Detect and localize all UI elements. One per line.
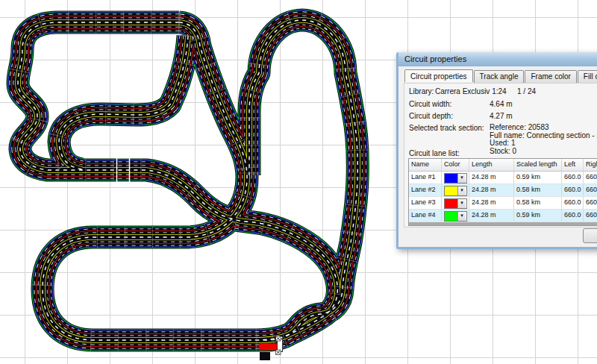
lane-scaled-length: 0.58 km <box>514 184 562 196</box>
start-piece-red-bar <box>259 344 278 351</box>
col-color[interactable]: Color <box>442 159 469 171</box>
close-button[interactable]: Close <box>583 228 597 243</box>
circuit-depth-label: Circuit depth: <box>409 112 490 120</box>
lane-length: 24.28 m <box>469 172 514 183</box>
selection-handle-bottom[interactable] <box>276 350 281 355</box>
chevron-down-icon[interactable]: ▼ <box>457 174 466 183</box>
lane-color-swatch <box>445 212 457 221</box>
lane-scaled-length: 0.59 km <box>514 172 562 183</box>
lane-scaled-length: 0.59 km <box>514 210 562 222</box>
lane-left-angle: 660.0 ° <box>562 210 584 222</box>
lane-color-dropdown[interactable]: ▼ <box>442 197 469 209</box>
lane-color-dropdown[interactable]: ▼ <box>442 210 469 222</box>
circuit-width-label: Circuit width: <box>409 100 490 108</box>
lane-right-angle: 660.0 ° <box>584 184 597 196</box>
lane-list-label: Circuit lane list: <box>409 149 460 157</box>
selection-handle-top[interactable] <box>276 336 281 342</box>
lane-right-angle: 660.0 ° <box>584 172 597 183</box>
col-length[interactable]: Length <box>469 159 514 171</box>
lane-scaled-length: 0.58 km <box>514 197 562 209</box>
lane-length: 24.28 m <box>469 184 514 196</box>
col-scaled-length[interactable]: Scaled length <box>514 159 562 171</box>
lane-length: 24.28 m <box>469 210 514 222</box>
circuit-depth-value: 4.27 m <box>490 112 513 120</box>
circuit-lane-table: Name Color Length Scaled length Left Rig… <box>408 158 597 226</box>
circuit-width-value: 4.64 m <box>490 100 513 108</box>
chevron-down-icon[interactable]: ▼ <box>457 212 466 221</box>
lane-color-swatch <box>445 174 457 183</box>
library-label: Library: <box>409 87 435 95</box>
tab-track-angle[interactable]: Track angle <box>474 70 525 83</box>
chevron-down-icon[interactable]: ▼ <box>457 199 466 208</box>
lane-row-4[interactable]: Lane #4 ▼ 24.28 m 0.59 km 660.0 ° 660.0 … <box>409 210 597 222</box>
tab-page-circuit-properties: Library: Carrera Exclusiv 1:24 1 / 24 Ci… <box>404 83 597 228</box>
lane-right-angle: 660.0 ° <box>584 197 597 209</box>
tab-bar: Circuit properties Track angle Frame col… <box>404 70 597 83</box>
window-title: Circuit properties <box>404 54 466 63</box>
lane-length: 24.28 m <box>469 197 514 209</box>
section-reference: Reference: 20583 <box>490 124 597 132</box>
col-left[interactable]: Left <box>562 159 584 171</box>
circuit-depth-row: Circuit depth: 4.27 m <box>409 112 597 120</box>
lane-color-swatch <box>445 186 457 195</box>
circuit-width-row: Circuit width: 4.64 m <box>409 100 597 108</box>
lane-left-angle: 660.0 ° <box>562 197 584 209</box>
lane-row-3[interactable]: Lane #3 ▼ 24.28 m 0.58 km 660.0 ° 660.0 … <box>409 197 597 210</box>
section-used: Used: 1 <box>490 139 597 148</box>
library-value: Carrera Exclusiv 1:24 <box>435 87 517 95</box>
lane-color-dropdown[interactable]: ▼ <box>442 172 469 183</box>
start-piece-tab <box>260 352 270 360</box>
lane-table-header: Name Color Length Scaled length Left Rig… <box>409 159 597 172</box>
lane-list-label-row: Circuit lane list: <box>409 149 597 157</box>
lane-row-2[interactable]: Lane #2 ▼ 24.28 m 0.58 km 660.0 ° 660.0 … <box>409 184 597 197</box>
lane-color-swatch <box>445 199 457 208</box>
col-right[interactable]: Right <box>584 159 597 171</box>
circuit-properties-window: Circuit properties Circuit properties Tr… <box>396 52 597 249</box>
lane-color-dropdown[interactable]: ▼ <box>442 184 469 196</box>
lane-left-angle: 660.0 ° <box>562 172 584 183</box>
library-row: Library: Carrera Exclusiv 1:24 1 / 24 <box>409 87 597 95</box>
lane-name: Lane #2 <box>409 184 442 196</box>
chevron-down-icon[interactable]: ▼ <box>457 186 466 195</box>
tab-circuit-properties[interactable]: Circuit properties <box>404 69 473 82</box>
lane-right-angle: 660.0 ° <box>584 210 597 222</box>
library-count: 1 / 24 <box>517 87 536 95</box>
lane-name: Lane #1 <box>409 172 442 183</box>
tab-fill-color[interactable]: Fill color <box>578 70 597 83</box>
tab-frame-color[interactable]: Frame color <box>525 70 576 83</box>
lane-name: Lane #3 <box>409 197 442 209</box>
col-name[interactable]: Name <box>409 159 442 171</box>
lane-left-angle: 660.0 ° <box>562 184 584 196</box>
window-title-bar[interactable]: Circuit properties <box>398 52 597 66</box>
app-root: { "dialog": { "title": "Circuit properti… <box>0 0 597 364</box>
lane-row-1[interactable]: Lane #1 ▼ 24.28 m 0.59 km 660.0 ° 660.0 … <box>409 172 597 184</box>
lane-name: Lane #4 <box>409 210 442 222</box>
